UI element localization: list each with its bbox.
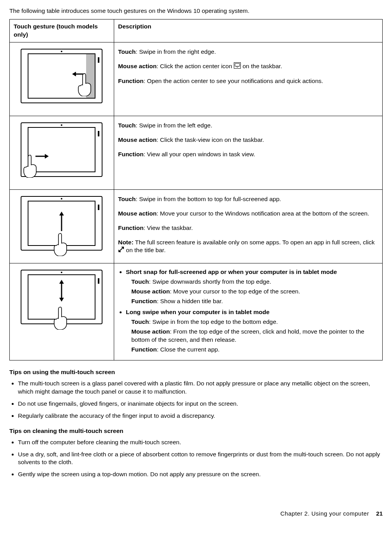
tips-using-heading: Tips on using the multi-touch screen bbox=[9, 368, 383, 376]
mouse-label: Mouse action bbox=[118, 63, 157, 69]
table-row: Touch: Swipe in from the bottom to top f… bbox=[10, 189, 383, 263]
gesture-illustration-swipe-bottom-up bbox=[10, 189, 114, 263]
tips-cleaning-heading: Tips on cleaning the multi-touch screen bbox=[9, 427, 383, 435]
mouse-text: : Move your cursor to the Windows notifi… bbox=[157, 210, 369, 217]
intro-text: The following table introduces some touc… bbox=[9, 7, 383, 15]
action-center-icon bbox=[234, 62, 241, 71]
long-swipe-heading: Long swipe when your computer is in tabl… bbox=[126, 308, 378, 316]
touch-label: Touch bbox=[131, 278, 149, 285]
tips-cleaning-list: Turn off the computer before cleaning th… bbox=[9, 438, 383, 479]
touch-text: : Swipe downwards shortly from the top e… bbox=[149, 278, 271, 285]
touch-text: : Swipe in from the right edge. bbox=[136, 48, 216, 55]
svg-rect-3 bbox=[235, 64, 240, 66]
note-pre: The full screen feature is available onl… bbox=[134, 239, 375, 246]
gesture-illustration-swipe-left-edge bbox=[10, 116, 114, 189]
footer-page-number: 21 bbox=[376, 510, 383, 517]
function-text: : View the taskbar. bbox=[143, 224, 192, 231]
short-snap-heading: Short snap for full-screened app or when… bbox=[126, 268, 378, 276]
list-item: Gently wipe the screen using a top-down … bbox=[18, 470, 383, 479]
list-item: The multi-touch screen is a glass panel … bbox=[18, 380, 383, 396]
mouse-text: : Click the task-view icon on the taskba… bbox=[157, 136, 264, 143]
page-footer: Chapter 2. Using your computer 21 bbox=[9, 510, 383, 518]
function-label: Function bbox=[131, 346, 157, 353]
function-label: Function bbox=[118, 224, 143, 231]
svg-marker-7 bbox=[59, 212, 64, 216]
gesture-table: Touch gesture (touch models only) Descri… bbox=[9, 19, 383, 360]
mouse-post: on the taskbar. bbox=[241, 63, 282, 69]
mouse-text: : Move your cursor to the top edge of th… bbox=[170, 288, 300, 295]
th-gesture: Touch gesture (touch models only) bbox=[10, 19, 114, 42]
description-cell: Short snap for full-screened app or when… bbox=[114, 263, 382, 360]
function-label: Function bbox=[118, 151, 143, 157]
note-label: Note: bbox=[118, 239, 134, 246]
gesture-illustration-swipe-top-down bbox=[10, 263, 114, 360]
touch-label: Touch bbox=[131, 318, 149, 325]
svg-marker-5 bbox=[45, 154, 49, 159]
function-text: : Open the action center to see your not… bbox=[143, 78, 323, 84]
list-item: Turn off the computer before cleaning th… bbox=[18, 438, 383, 447]
list-item: Regularly calibrate the accuracy of the … bbox=[18, 412, 383, 420]
th-description: Description bbox=[114, 19, 382, 42]
description-cell: Touch: Swipe in from the bottom to top f… bbox=[114, 189, 382, 263]
mouse-label: Mouse action bbox=[118, 136, 157, 143]
table-row: Touch: Swipe in from the right edge. Mou… bbox=[10, 42, 383, 116]
table-row: Touch: Swipe in from the left edge. Mous… bbox=[10, 116, 383, 189]
mouse-pre: : Click the action center icon bbox=[157, 63, 234, 69]
function-label: Function bbox=[131, 298, 157, 304]
touch-text: : Swipe in from the left edge. bbox=[136, 122, 212, 129]
function-text: : View all your open windows in task vie… bbox=[143, 151, 255, 157]
mouse-label: Mouse action bbox=[131, 288, 170, 295]
touch-text: : Swipe in from the bottom to top for fu… bbox=[136, 196, 281, 202]
list-item: Use a dry, soft, and lint-free cloth or … bbox=[18, 450, 383, 467]
fullscreen-expand-icon bbox=[118, 246, 124, 255]
description-cell: Touch: Swipe in from the left edge. Mous… bbox=[114, 116, 382, 189]
mouse-label: Mouse action bbox=[131, 328, 170, 335]
table-row: Short snap for full-screened app or when… bbox=[10, 263, 383, 360]
touch-label: Touch bbox=[118, 48, 136, 55]
svg-marker-10 bbox=[59, 298, 64, 302]
touch-label: Touch bbox=[118, 196, 136, 202]
function-label: Function bbox=[118, 78, 143, 84]
gesture-illustration-swipe-right-edge bbox=[10, 42, 114, 116]
function-text: : Close the current app. bbox=[157, 346, 219, 353]
svg-marker-1 bbox=[72, 72, 76, 76]
mouse-label: Mouse action bbox=[118, 210, 157, 217]
footer-chapter: Chapter 2. Using your computer bbox=[281, 510, 369, 517]
list-item: Do not use fingernails, gloved fingers, … bbox=[18, 400, 383, 408]
description-cell: Touch: Swipe in from the right edge. Mou… bbox=[114, 42, 382, 116]
touch-label: Touch bbox=[118, 122, 136, 129]
function-text: : Show a hidden title bar. bbox=[157, 298, 223, 304]
note-post: on the title bar. bbox=[124, 247, 166, 254]
tips-using-list: The multi-touch screen is a glass panel … bbox=[9, 380, 383, 420]
touch-text: : Swipe in from the top edge to the bott… bbox=[149, 318, 278, 325]
